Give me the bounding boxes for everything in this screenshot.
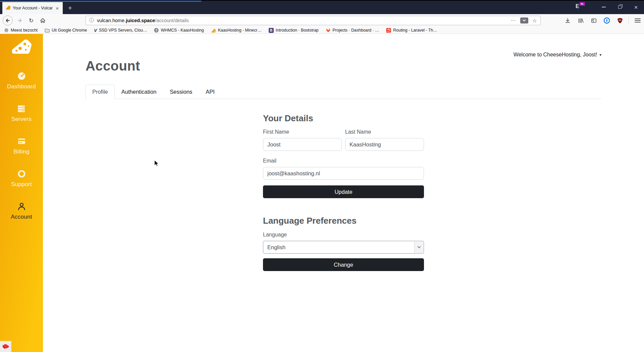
cheesehosting-logo-icon[interactable]: [11, 39, 32, 55]
extension-exitlag-icon[interactable]: E XL ∙∙∙: [575, 1, 585, 12]
first-name-label: First Name: [263, 129, 342, 135]
laravel-icon: [386, 28, 391, 33]
library-icon: [579, 18, 583, 22]
last-name-group: Last Name: [345, 129, 424, 151]
user-menu[interactable]: Welcome to CheeseHosting, Joost! ▾: [514, 52, 601, 58]
sidebar-item-account[interactable]: Account: [11, 202, 32, 220]
sidebar-item-servers[interactable]: Servers: [11, 104, 32, 123]
bookmark-most-visited[interactable]: Meest bezocht: [4, 28, 38, 33]
page-actions: ⋯ ☆: [511, 17, 537, 24]
tab-authentication[interactable]: Authentication: [115, 85, 163, 99]
library-button[interactable]: [576, 16, 585, 25]
bootstrap-icon: B: [269, 28, 274, 33]
folder-icon: [45, 28, 50, 33]
servers-icon: [17, 104, 26, 113]
restore-button[interactable]: [612, 1, 628, 13]
sidebar-panel-icon: [592, 19, 593, 22]
language-preferences-heading: Language Preferences: [263, 216, 424, 226]
sidebar-nav: Dashboard Servers Billing Support Accoun…: [7, 72, 36, 234]
email-group: Email: [263, 158, 424, 180]
tab-title: Your Account - Vulcan: [13, 6, 53, 10]
tab-profile[interactable]: Profile: [86, 85, 115, 99]
language-label: Language: [263, 232, 424, 238]
site-info-icon[interactable]: ⓘ: [89, 17, 94, 24]
bookmark-from-chrome[interactable]: Uit Google Chrome: [45, 28, 87, 33]
svg-text:UO: UO: [619, 19, 621, 21]
url-bar[interactable]: ⓘ vulcan.home.juiced.space/account/detai…: [86, 16, 541, 25]
home-icon: [40, 18, 45, 22]
chevron-down-icon: [417, 246, 421, 249]
bookmark-laravel[interactable]: Routing - Laravel - Th…: [386, 28, 437, 33]
tab-close-icon[interactable]: ×: [55, 5, 60, 11]
last-name-input[interactable]: [345, 138, 424, 151]
browser-tab[interactable]: Your Account - Vulcan ×: [2, 2, 63, 14]
forward-button[interactable]: [15, 16, 24, 25]
email-input[interactable]: [263, 167, 424, 180]
reload-button[interactable]: ↻: [27, 16, 36, 25]
main-panel: Welcome to CheeseHosting, Joost! ▾ Accou…: [43, 34, 644, 352]
ublock-extension-button[interactable]: UO: [615, 16, 624, 25]
update-button[interactable]: Update: [263, 185, 424, 198]
nav-buttons: ↻: [3, 14, 47, 27]
pocket-chevron-icon[interactable]: [520, 17, 528, 24]
language-selected-value: English: [267, 244, 285, 251]
sidebar-item-dashboard[interactable]: Dashboard: [7, 72, 36, 90]
your-details-heading: Your Details: [263, 113, 424, 124]
bookmark-versio[interactable]: V SSD VPS Servers, Clou…: [94, 28, 147, 33]
name-row: First Name Last Name: [263, 129, 424, 151]
language-select[interactable]: English: [263, 241, 424, 254]
account-tabs: Profile Authentication Sessions API: [86, 85, 601, 99]
caret-down-icon: ▾: [599, 53, 601, 57]
bookmark-kaashosting[interactable]: KaasHosting - Minecr…: [211, 28, 262, 33]
hamburger-icon: [635, 19, 640, 22]
last-name-label: Last Name: [345, 129, 424, 135]
page-content: Dashboard Servers Billing Support Accoun…: [0, 34, 644, 352]
change-button[interactable]: Change: [263, 258, 424, 271]
language-group: Language English: [263, 232, 424, 254]
page-actions-dots-icon[interactable]: ⋯: [511, 17, 516, 24]
titlebar: Your Account - Vulcan × + E XL ∙∙∙ ×: [0, 0, 644, 14]
bookmark-bootstrap[interactable]: B Introduction · Bootstrap: [269, 28, 319, 33]
window-controls: ×: [596, 1, 644, 13]
tab-api[interactable]: API: [199, 85, 221, 99]
support-lifering-icon: [17, 169, 26, 178]
sidebar-item-support[interactable]: Support: [11, 169, 32, 188]
new-tab-button[interactable]: +: [65, 3, 75, 13]
close-icon: ×: [634, 4, 638, 10]
billing-card-icon: [17, 137, 26, 146]
bookmark-gitlab[interactable]: Projects · Dashboard · …: [326, 28, 379, 33]
debugbar-toggle[interactable]: [0, 341, 11, 352]
back-button[interactable]: [3, 15, 13, 26]
tab-favicon-cheese-icon: [5, 5, 11, 11]
bookmark-star-icon[interactable]: ☆: [532, 17, 537, 24]
onepassword-extension-button[interactable]: [602, 16, 611, 25]
home-button[interactable]: [38, 16, 47, 25]
sidebar-toggle-button[interactable]: [589, 16, 598, 25]
toolbar-right-icons: UO: [563, 14, 642, 27]
laravel-debugbar-icon: [2, 343, 10, 350]
dashboard-gauge-icon: [17, 72, 26, 81]
menu-button[interactable]: [633, 16, 642, 25]
active-tab-accent-line: [0, 1, 201, 2]
email-label: Email: [263, 158, 424, 164]
sidebar-item-billing[interactable]: Billing: [13, 137, 29, 155]
welcome-text: Welcome to CheeseHosting, Joost!: [514, 52, 597, 58]
tab-sessions[interactable]: Sessions: [163, 85, 199, 99]
page-title: Account: [86, 58, 140, 74]
versio-v-icon: V: [94, 28, 97, 33]
bookmarks-bar: Meest bezocht Uit Google Chrome V SSD VP…: [0, 27, 644, 34]
restore-icon: [618, 5, 622, 9]
downloads-button[interactable]: [563, 16, 572, 25]
minimize-button[interactable]: [596, 1, 612, 13]
gitlab-icon: [326, 28, 331, 33]
back-arrow-icon: [6, 19, 10, 22]
bookmark-whmcs[interactable]: WHMCS - KaasHosting: [154, 28, 204, 33]
globe-icon: [154, 28, 159, 33]
url-text: vulcan.home.juiced.space/account/details: [97, 18, 189, 23]
first-name-input[interactable]: [263, 138, 342, 151]
minimize-icon: [602, 7, 606, 7]
close-button[interactable]: ×: [628, 1, 644, 13]
cheese-icon: [211, 28, 216, 33]
forward-arrow-icon: [18, 19, 21, 22]
app-sidebar: Dashboard Servers Billing Support Accoun…: [0, 34, 43, 352]
